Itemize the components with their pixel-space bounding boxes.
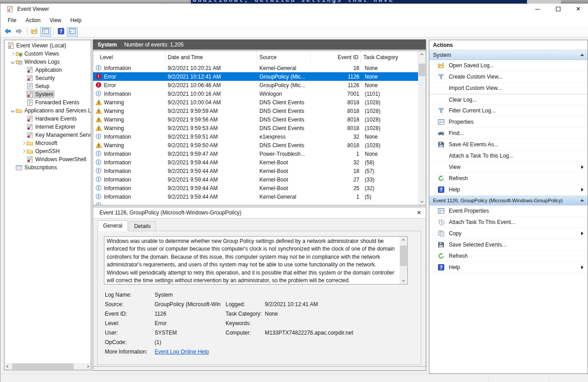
tab-general[interactable]: General [98, 220, 128, 231]
event-row[interactable]: Information9/2/2021 9:59:47 AMPower-Trou… [93, 149, 418, 158]
chevron-glyph [11, 109, 14, 112]
event-row[interactable]: Information9/2/2021 9:59:44 AMKernel-Boo… [93, 158, 418, 167]
tree-item-internet-explorer[interactable]: Internet Explorer [5, 123, 91, 131]
chevron-right-icon[interactable] [21, 149, 26, 154]
tree-item-content: Forwarded Events [26, 98, 80, 107]
tree-item-security[interactable]: Security [5, 74, 91, 82]
action-refresh[interactable]: Refresh [429, 173, 588, 184]
tree-item-forwarded-events[interactable]: Forwarded Events [5, 98, 91, 107]
tree-item-subscriptions[interactable]: Subscriptions [5, 163, 91, 172]
collapse-icon[interactable] [580, 54, 584, 56]
close-button[interactable]: ✕ [568, 4, 588, 14]
menu-action[interactable]: Action [21, 15, 45, 25]
action-open-saved-log[interactable]: Open Saved Log... [429, 60, 588, 71]
event-row[interactable] [93, 201, 418, 205]
column-header-source[interactable]: Source [257, 51, 310, 64]
action-attach-a-task-to-this-log[interactable]: Attach a Task To this Log... [429, 150, 588, 162]
table-vertical-scrollbar[interactable] [418, 51, 426, 205]
tree-horizontal-scrollbar[interactable] [5, 363, 91, 370]
action-save-all-events-as[interactable]: Save All Events As... [429, 139, 588, 150]
tree-item-windows-logs[interactable]: Windows Logs [5, 58, 91, 66]
cell-task-category: None [361, 151, 418, 157]
tree-item-hardware-events[interactable]: Hardware Events [5, 115, 91, 123]
collapse-icon[interactable] [580, 199, 584, 201]
tree-item-openssh[interactable]: OpenSSH [5, 147, 91, 155]
event-row[interactable]: Warning9/2/2021 9:59:59 AMDNS Client Eve… [93, 107, 418, 115]
menu-file[interactable]: File [3, 15, 21, 25]
action-find[interactable]: Find... [429, 128, 588, 139]
minimize-button[interactable] [527, 4, 548, 14]
open-saved-log-button[interactable] [29, 27, 40, 37]
tree-item-application[interactable]: Application [5, 66, 91, 74]
action-event-properties[interactable]: Event Properties [429, 205, 588, 217]
column-label: Source [259, 54, 277, 61]
scroll-left-button[interactable] [5, 363, 11, 370]
event-row[interactable]: Warning9/2/2021 9:59:50 AMDNS Client Eve… [93, 141, 418, 149]
event-row[interactable]: Information9/2/2021 10:20:21 AMKernel-Ge… [93, 64, 418, 72]
chevron-right-icon[interactable] [10, 51, 15, 56]
action-copy[interactable]: Copy [429, 228, 588, 239]
chevron-down-icon[interactable] [10, 59, 15, 65]
tree-item-label: Security [35, 75, 55, 81]
event-row[interactable]: Information9/2/2021 9:59:51 AMe1iexpress… [93, 132, 418, 141]
action-import-custom-view[interactable]: Import Custom View... [429, 83, 588, 94]
console-tree-toggle-button[interactable] [40, 27, 51, 37]
scroll-right-button[interactable] [84, 363, 91, 370]
chevron-down-icon[interactable] [10, 108, 15, 113]
action-refresh[interactable]: Refresh [429, 251, 588, 262]
action-properties[interactable]: Properties [429, 116, 588, 128]
maximize-button[interactable] [548, 4, 568, 14]
action-pane-toggle-button[interactable] [67, 27, 78, 37]
scrollbar-thumb[interactable] [12, 363, 74, 369]
tree-item-event-viewer-local[interactable]: Event Viewer (Local) [5, 42, 91, 50]
menu-help[interactable]: Help [66, 15, 86, 25]
scrollbar-thumb[interactable] [419, 64, 425, 76]
actions-section-header-event-1126-grouppolicy-microso[interactable]: Event 1126, GroupPolicy (Microsoft-Windo… [429, 196, 588, 205]
chevron-right-icon[interactable] [21, 140, 26, 146]
column-header-date-and-time[interactable]: Date and Time [165, 51, 257, 64]
back-button[interactable] [2, 27, 13, 37]
tree-item-microsoft[interactable]: Microsoft [5, 139, 91, 147]
event-row[interactable]: Error9/2/2021 10:12:41 AMGroupPolicy (Mi… [93, 72, 418, 81]
actions-section-header-system[interactable]: System [429, 50, 588, 60]
event-row[interactable]: Warning9/2/2021 9:59:53 AMDNS Client Eve… [93, 124, 418, 132]
actions-title: Actions [429, 40, 588, 50]
event-row[interactable]: Information9/2/2021 10:00:16 AMWinlogon7… [93, 89, 418, 98]
scroll-down-button[interactable] [418, 197, 426, 205]
column-header-event-id[interactable]: Event ID [310, 51, 361, 64]
event-row[interactable]: Warning9/2/2021 10:00:04 AMDNS Client Ev… [93, 98, 418, 107]
event-row[interactable]: Error9/2/2021 10:06:46 AMGroupPolicy (Mi… [93, 81, 418, 89]
scroll-up-button[interactable] [400, 237, 407, 244]
tree-item-windows-powershell[interactable]: Windows PowerShell [5, 155, 91, 163]
scrollbar-thumb[interactable] [400, 246, 407, 266]
event-row[interactable]: Information9/2/2021 9:59:44 AMKernel-Gen… [93, 192, 418, 201]
action-attach-task-to-this-event[interactable]: Attach Task To This Event... [429, 217, 588, 228]
column-header-level[interactable]: Level [93, 51, 165, 64]
column-header-task-category[interactable]: Task Category [361, 51, 418, 64]
action-help[interactable]: ?Help [429, 184, 588, 196]
tree-item-system[interactable]: System [5, 90, 91, 98]
event-row[interactable]: Information9/2/2021 9:59:44 AMKernel-Boo… [93, 184, 418, 192]
forward-button[interactable] [14, 27, 24, 37]
tree-item-applications-and-services-lo[interactable]: Applications and Services Lo [5, 107, 91, 115]
detail-close-icon[interactable]: ✕ [417, 210, 421, 216]
event-row[interactable]: Information9/2/2021 9:59:44 AMKernel-Boo… [93, 167, 418, 175]
tree-item-custom-views[interactable]: Custom Views [5, 50, 91, 58]
action-view[interactable]: View [429, 162, 588, 173]
action-create-custom-view[interactable]: Create Custom View... [429, 71, 588, 83]
menu-view[interactable]: View [45, 15, 66, 25]
tree-item-key-management-service[interactable]: Key Management Service [5, 131, 91, 139]
scroll-up-button[interactable] [418, 51, 426, 59]
help-button[interactable]: ? [56, 27, 66, 37]
scroll-down-button[interactable] [400, 276, 407, 284]
action-clear-log[interactable]: Clear Log... [429, 94, 588, 105]
tree-item-setup[interactable]: Setup [5, 82, 91, 90]
action-save-selected-events[interactable]: Save Selected Events... [429, 239, 588, 251]
event-row[interactable]: Information9/2/2021 9:59:44 AMKernel-Boo… [93, 175, 418, 184]
event-log-online-help-link[interactable]: Event Log Online Help [155, 349, 209, 355]
tab-details[interactable]: Details [129, 221, 156, 231]
event-row[interactable]: Warning9/2/2021 9:59:56 AMDNS Client Eve… [93, 115, 418, 124]
message-scrollbar[interactable] [400, 237, 407, 284]
action-help[interactable]: ?Help [429, 262, 588, 273]
action-filter-current-log[interactable]: Filter Current Log... [429, 105, 588, 116]
